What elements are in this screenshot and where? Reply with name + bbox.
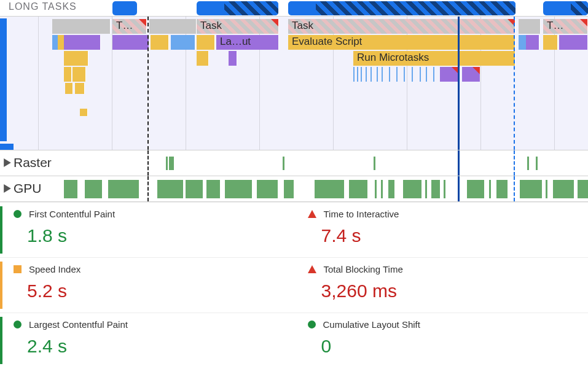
gpu-block[interactable]: [546, 180, 547, 198]
flame-span[interactable]: [64, 35, 101, 50]
gpu-block[interactable]: [206, 180, 220, 198]
flame-span[interactable]: [65, 83, 73, 94]
flame-span[interactable]: [64, 51, 88, 66]
gpu-block[interactable]: [108, 180, 139, 198]
metric-accent-bar: [0, 317, 2, 364]
task-span[interactable]: Task: [288, 19, 515, 34]
flame-span[interactable]: [171, 35, 195, 50]
gpu-block[interactable]: [467, 180, 484, 198]
metric-label: Time to Interactive: [324, 209, 399, 219]
metric-label: Cumulative Layout Shift: [323, 319, 420, 330]
flame-ticks: [353, 67, 507, 82]
metric-lcp[interactable]: Largest Contentful Paint 2.4 s: [0, 313, 294, 368]
main-flame-chart[interactable]: T… Task Task T… La…ut Evaluate Script Ru…: [0, 17, 588, 150]
flame-span[interactable]: [112, 35, 149, 50]
flame-span[interactable]: [197, 51, 209, 66]
gpu-block[interactable]: [578, 180, 588, 198]
flame-span[interactable]: [229, 51, 237, 66]
gpu-block[interactable]: [349, 180, 367, 198]
raster-block[interactable]: [536, 157, 538, 170]
gpu-block[interactable]: [85, 180, 102, 198]
long-tasks-track[interactable]: LONG TASKS: [0, 0, 588, 17]
expand-icon: [4, 184, 11, 193]
long-task-bar[interactable]: [112, 1, 137, 15]
flame-span[interactable]: [73, 67, 86, 82]
gpu-block[interactable]: [64, 180, 77, 198]
flame-span-evaluate-script[interactable]: Evaluate Script: [288, 35, 515, 50]
gpu-block[interactable]: [388, 180, 394, 198]
flame-span[interactable]: [197, 35, 215, 50]
gpu-block[interactable]: [375, 180, 377, 198]
metrics-panel: First Contentful Paint 1.8 s Time to Int…: [0, 202, 588, 368]
task-span[interactable]: [52, 19, 111, 34]
flame-span[interactable]: [151, 35, 169, 50]
raster-block[interactable]: [374, 157, 375, 170]
raster-track-label: Raster: [4, 155, 52, 170]
gpu-block[interactable]: [257, 180, 278, 198]
task-span[interactable]: Task: [197, 19, 279, 34]
flame-span[interactable]: [75, 83, 85, 94]
long-tasks-label: LONG TASKS: [9, 1, 77, 12]
metric-cls[interactable]: Cumulative Layout Shift 0: [294, 313, 589, 368]
gpu-block[interactable]: [284, 180, 294, 198]
flame-span[interactable]: [559, 35, 588, 50]
circle-icon: [14, 320, 22, 328]
raster-track[interactable]: Raster: [0, 150, 588, 176]
gpu-block[interactable]: [489, 180, 491, 198]
gpu-block[interactable]: [553, 180, 574, 198]
thread-indicator-foot: [0, 144, 14, 150]
flame-span[interactable]: [64, 67, 72, 82]
gpu-block[interactable]: [444, 180, 445, 198]
flame-span[interactable]: [80, 109, 88, 116]
gpu-block[interactable]: [403, 180, 421, 198]
flame-span[interactable]: [462, 67, 480, 82]
gpu-track[interactable]: GPU: [0, 176, 588, 202]
metric-accent-bar: [0, 262, 2, 309]
metric-value: 2.4 s: [11, 336, 294, 357]
raster-block[interactable]: [169, 157, 174, 170]
metric-tti[interactable]: Time to Interactive 7.4 s: [294, 202, 589, 257]
gpu-block[interactable]: [225, 180, 252, 198]
flame-span-microtasks[interactable]: Run Microtasks: [353, 51, 515, 66]
metric-tbt[interactable]: Total Blocking Time 3,260 ms: [294, 257, 589, 313]
expand-icon: [4, 158, 11, 167]
raster-block[interactable]: [283, 157, 284, 170]
flame-span[interactable]: [543, 35, 558, 50]
task-span[interactable]: T…: [543, 19, 588, 34]
raster-block[interactable]: [166, 157, 168, 170]
current-time-marker[interactable]: [458, 17, 460, 150]
marker-line[interactable]: [514, 17, 515, 150]
metric-label: Speed Index: [29, 264, 80, 274]
metric-label: First Contentful Paint: [29, 209, 115, 219]
marker-line[interactable]: [147, 17, 149, 150]
task-span[interactable]: [519, 19, 541, 34]
metric-accent-bar: [0, 206, 2, 254]
circle-icon: [14, 210, 22, 218]
metric-fcp[interactable]: First Contentful Paint 1.8 s: [0, 202, 294, 257]
gpu-block[interactable]: [315, 180, 344, 198]
long-task-bar[interactable]: [197, 1, 278, 15]
gpu-block[interactable]: [381, 180, 383, 198]
flame-span[interactable]: [440, 67, 460, 82]
task-span[interactable]: T…: [112, 19, 147, 34]
gpu-block[interactable]: [520, 180, 542, 198]
metric-label: Total Blocking Time: [324, 264, 403, 274]
gpu-track-label: GPU: [4, 181, 42, 196]
raster-block[interactable]: [527, 157, 529, 170]
gpu-block[interactable]: [496, 180, 508, 198]
circle-icon: [308, 320, 316, 328]
square-icon: [14, 265, 22, 273]
long-task-bar[interactable]: [288, 1, 515, 15]
gpu-block[interactable]: [431, 180, 440, 198]
gpu-block[interactable]: [186, 180, 203, 198]
metric-value: 3,260 ms: [305, 281, 589, 301]
task-span[interactable]: [149, 19, 197, 34]
triangle-icon: [308, 265, 316, 273]
metric-value: 1.8 s: [11, 225, 294, 246]
flame-span[interactable]: La…ut: [216, 35, 279, 50]
long-task-bar[interactable]: [543, 1, 588, 15]
gpu-block[interactable]: [157, 180, 183, 198]
metric-speed-index[interactable]: Speed Index 5.2 s: [0, 257, 294, 313]
flame-span[interactable]: [526, 35, 539, 50]
gpu-block[interactable]: [425, 180, 427, 198]
